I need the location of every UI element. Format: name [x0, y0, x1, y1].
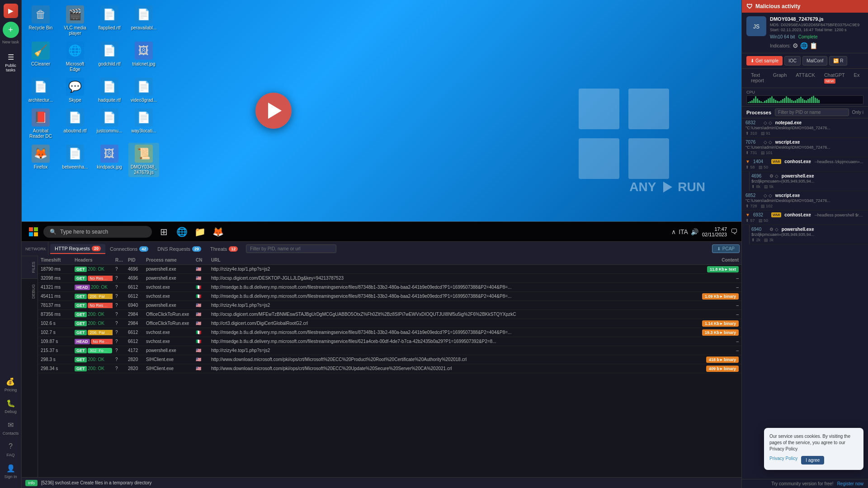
tab-graph[interactable]: Graph	[769, 70, 792, 86]
process-item-6940[interactable]: 6940 ⚙ ◇ powershell.exe $rzdjkpmcuaen=(9…	[749, 225, 868, 244]
public-tasks-label: Public tasks	[0, 63, 21, 72]
expand-icon-6932[interactable]: ▼	[745, 212, 750, 217]
process-item-6932[interactable]: ▼ 6932 WMI conhost.exe --headless powers…	[742, 211, 868, 225]
sidebar-item-debug[interactable]: 🐛 Debug	[5, 398, 17, 414]
desktop-icon-acrobat[interactable]: 📕 Acrobat Reader DC	[25, 107, 56, 141]
net-row-9[interactable]: 109.87 s HEAD No Response ? 6612 svchost…	[38, 337, 741, 346]
net-row-12[interactable]: 298.34 s GET 200: OK ? 2820 SIHClient.ex…	[38, 364, 741, 373]
indicator-icon-3[interactable]: 📋	[810, 42, 817, 49]
desktop-icon-flapplied[interactable]: 📄 flapplied.rtf	[94, 4, 125, 38]
cpu-bar-item	[760, 101, 762, 103]
desktop-icon-architectur[interactable]: 📄 architectur...	[25, 76, 56, 105]
cpu-bar-item	[769, 98, 771, 103]
desktop-icon-justcommu[interactable]: 📄 justcommu...	[94, 107, 125, 141]
app-logo[interactable]: ▶	[4, 4, 18, 18]
sidebar-item-faq[interactable]: ? FAQ	[5, 441, 16, 457]
desktop-icon-ccleaner[interactable]: 🧹 CCleaner	[25, 40, 56, 74]
taskbar-app-files[interactable]: 📁	[192, 224, 208, 240]
taskbar-tray: ∧ ITA 🔊	[671, 228, 698, 235]
new-task-button[interactable]: +	[3, 22, 19, 38]
notification-icon[interactable]: 🗨	[731, 228, 738, 236]
cookie-buttons: Privacy Policy I agree	[769, 456, 858, 465]
net-row-1[interactable]: 18790 ms GET 200: OK ? 4696 powershell.e…	[38, 265, 741, 274]
process-item-7076[interactable]: 7076 ◇ ◇ wscript.exe "C:\Users\admin\Des…	[742, 138, 868, 157]
start-button[interactable]	[25, 224, 42, 240]
network-filter-input[interactable]	[246, 244, 336, 253]
tray-lang[interactable]: ITA	[679, 228, 688, 235]
process-item-1404[interactable]: ▼ 1404 WMI conhost.exe --headless /zkpjm…	[742, 157, 868, 172]
play-icon	[268, 103, 282, 119]
sidebar-item-signin[interactable]: 👤 Sign In	[4, 463, 17, 479]
tab-threats[interactable]: Threats 12	[206, 244, 242, 253]
desktop-icon-skype[interactable]: 💬 Skype	[60, 76, 90, 105]
net-row-4[interactable]: 45411 ms GET 206: Partial Con... ? 6612 …	[38, 292, 741, 301]
network-table-area: FILES DEBUG Timeshift Headers Rep PID Pr…	[22, 256, 741, 477]
net-row-7[interactable]: 102.6 s GET 200: OK ? 2984 OfficeClickTo…	[38, 319, 741, 328]
net-row-5[interactable]: 78137 ms GET No Response ? 6940 powershe…	[38, 301, 741, 310]
taskbar-app-firefox[interactable]: 🦊	[210, 224, 226, 240]
desktop-icon-betweenha[interactable]: 📄 betweenha...	[60, 143, 90, 177]
desktop-icon-recycle-bin[interactable]: 🗑 Recycle Bin	[25, 4, 56, 38]
cookie-agree-button[interactable]: I agree	[801, 456, 824, 465]
desktop-icon-hadquite[interactable]: 📄 hadquite.rtf	[94, 76, 125, 105]
tab-chatgpt[interactable]: ChatGPT NEW	[820, 70, 849, 86]
process-item-6832[interactable]: 6832 ◇ ◇ notepad.exe "C:\Users\admin\Des…	[742, 118, 868, 138]
only-label: Only i	[852, 110, 863, 115]
desktop-icon-trialcnet[interactable]: 🖼 trialcnet.jpg	[128, 40, 159, 74]
desktop-icon-kindpack[interactable]: 🖼 kindpack.jpg	[94, 143, 125, 177]
net-row-8[interactable]: 102.7 s GET 206: Partial Con... ? 6612 s…	[38, 328, 741, 337]
process-name-6832: notepad.exe	[775, 120, 802, 125]
process-icons-6832: ◇ ◇	[764, 120, 772, 125]
malconf-button[interactable]: MalConf	[802, 56, 827, 66]
side-label-files[interactable]: FILES	[22, 256, 38, 278]
processes-filter-input[interactable]	[775, 108, 849, 116]
expand-icon-1404[interactable]: ▼	[745, 159, 750, 164]
indicator-icon-1[interactable]: ⚙	[793, 42, 798, 49]
signin-label: Sign In	[4, 474, 17, 479]
desktop-icon-firefox[interactable]: 🦊 Firefox	[25, 143, 56, 177]
tab-attck[interactable]: ATT&CK	[791, 70, 820, 86]
process-item-4696[interactable]: 4696 ⚙ ◇ powershell.exe $rzdjkpmcuaen=(9…	[749, 172, 868, 191]
indicator-icon-2[interactable]: 🌐	[800, 42, 808, 49]
process-item-6852[interactable]: 6852 ◇ ◇ wscript.exe "C:\Users\admin\Des…	[742, 191, 868, 211]
privacy-policy-link[interactable]: Privacy Policy	[769, 456, 797, 465]
get-sample-button[interactable]: ⬇ Get sample	[746, 56, 783, 66]
tab-text-report[interactable]: Text report	[746, 70, 769, 86]
net-row-11[interactable]: 298.3 s GET 200: OK ? 2820 SIHClient.exe…	[38, 355, 741, 364]
desktop-icon-way3locati[interactable]: 📄 way3locati...	[128, 107, 159, 141]
register-now-link[interactable]: Register now	[837, 481, 863, 486]
try-community-label: Try community version for free!	[771, 481, 833, 486]
net-row-10[interactable]: 215.37 s GET 302: Found ? 4172 powershel…	[38, 346, 741, 355]
sidebar-item-public-tasks[interactable]: ☰ Public tasks	[0, 52, 21, 72]
net-row-3[interactable]: 41321 ms HEAD 200: OK ? 6612 svchost.exe…	[38, 283, 741, 292]
tab-http-requests[interactable]: HTTP Requests 20	[50, 244, 105, 254]
left-sidebar: ▶ + New task ☰ Public tasks 💰 Pricing 🐛 …	[0, 0, 22, 488]
tray-chevron[interactable]: ∧	[671, 228, 676, 235]
net-row-2[interactable]: 32098 ms GET No Response ? 4696 powershe…	[38, 274, 741, 283]
play-button[interactable]	[255, 93, 292, 129]
tab-ex[interactable]: Ex	[849, 70, 864, 86]
desktop-icon-vlc[interactable]: 🎬 VLC media player	[60, 4, 90, 38]
taskbar-app-edge[interactable]: 🌐	[174, 224, 190, 240]
net-row-6[interactable]: 87356 ms GET 200: OK ? 2984 OfficeClickT…	[38, 310, 741, 319]
taskbar-search[interactable]: 🔍 Type here to search	[43, 226, 152, 238]
tray-volume[interactable]: 🔊	[691, 228, 698, 235]
tab-connections[interactable]: Connections 42	[105, 244, 153, 253]
svg-rect-7	[29, 232, 33, 236]
sidebar-item-contacts[interactable]: ✉ Contacts	[3, 419, 19, 436]
desktop-icon-edge[interactable]: 🌐 Microsoft Edge	[60, 40, 90, 74]
desktop-icon-dmoy[interactable]: 📜 DMOY0348_247679.js	[128, 143, 159, 177]
desktop-icon-aboutrnd[interactable]: 📄 aboutrnd.rtf	[60, 107, 90, 141]
refresh-button[interactable]: 🔁 R	[829, 56, 847, 66]
desktop-icon-video3[interactable]: 📄 video3grad...	[128, 76, 159, 105]
cpu-graph	[746, 95, 863, 104]
desktop-icon-godchild[interactable]: 📄 godchild.rtf	[94, 40, 125, 74]
desktop-icon-peravail[interactable]: 📄 peravailabl...	[128, 4, 159, 38]
pcap-button[interactable]: ⬇ PCAP	[712, 244, 740, 253]
side-label-debug[interactable]: DEBUG	[22, 278, 38, 304]
taskbar-app-grid[interactable]: ⊞	[156, 224, 172, 240]
sidebar-item-pricing[interactable]: 💰 Pricing	[5, 376, 17, 392]
tab-dns-requests[interactable]: DNS Requests 29	[153, 244, 206, 253]
cpu-bar-item	[791, 100, 793, 103]
ioc-button[interactable]: IOC	[784, 56, 801, 66]
